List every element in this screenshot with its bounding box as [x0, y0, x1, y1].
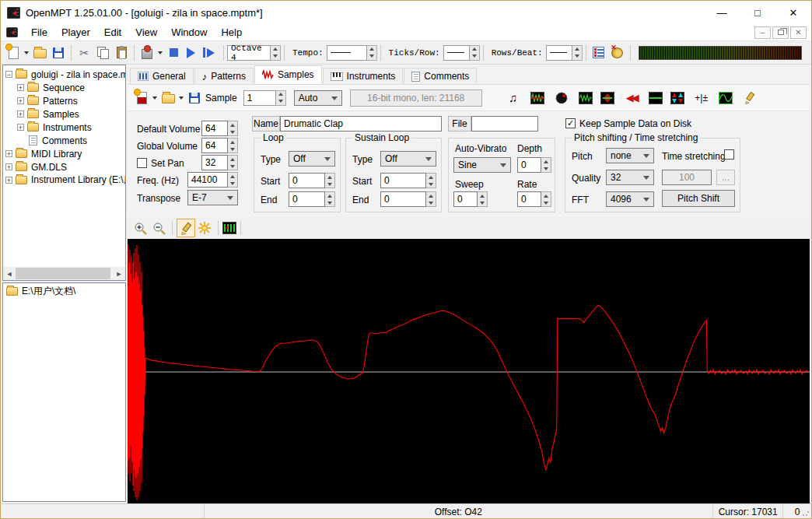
pitch-shift-button[interactable]: Pitch Shift	[662, 190, 735, 207]
zoom-out-button[interactable]	[149, 219, 168, 237]
tree-item-instruments[interactable]: + Instruments	[3, 121, 125, 134]
tree-item-sequence[interactable]: + Sequence	[3, 81, 125, 94]
pitch-select[interactable]: none	[606, 148, 654, 163]
sustain-end-spin[interactable]: 0	[380, 191, 436, 207]
reverse-button[interactable]: ◀◀	[622, 89, 641, 107]
tab-general[interactable]: General	[130, 68, 194, 84]
ticks-row-spinner[interactable]	[470, 45, 480, 61]
default-volume-spin[interactable]: 64	[201, 121, 238, 136]
stereo-separation-button[interactable]	[600, 92, 614, 104]
midi-record-dropdown[interactable]	[156, 44, 164, 62]
close-button[interactable]: ✕	[775, 1, 811, 24]
menu-window[interactable]: Window	[164, 25, 214, 40]
scroll-left-arrow[interactable]: ◄	[3, 267, 16, 280]
menu-view[interactable]: View	[128, 25, 164, 40]
new-sample-dropdown[interactable]	[151, 89, 159, 107]
tempo-box[interactable]	[327, 45, 367, 61]
sample-number-box[interactable]: 1	[243, 90, 276, 106]
tree-item-instrument-library[interactable]: + Instrument Library (E:\用	[3, 174, 125, 187]
octave-spinner[interactable]	[271, 45, 281, 61]
song-properties-button[interactable]	[590, 44, 608, 62]
sustain-start-spin[interactable]: 0	[380, 173, 436, 188]
loop-type-select[interactable]: Off	[289, 151, 335, 167]
copy-button[interactable]	[93, 44, 112, 62]
mdi-restore-button[interactable]	[772, 26, 789, 39]
expand-icon[interactable]: +	[17, 97, 24, 104]
expand-icon[interactable]: +	[5, 177, 12, 184]
generate-button[interactable]	[195, 219, 214, 237]
midi-mute-button[interactable]	[608, 44, 627, 62]
play-note-button[interactable]: ♫	[504, 89, 523, 107]
time-stretch-checkbox[interactable]	[724, 149, 734, 160]
cut-button[interactable]: ✂	[75, 44, 93, 62]
new-sample-button[interactable]	[132, 89, 151, 107]
set-pan-spin[interactable]: 32	[201, 155, 238, 170]
tree-item-root[interactable]: − goluigi - zila in space.mp	[3, 68, 125, 81]
tab-patterns[interactable]: ♪ Patterns	[194, 68, 254, 84]
menu-help[interactable]: Help	[214, 25, 249, 40]
sustain-type-select[interactable]: Off	[380, 151, 436, 167]
sample-number-spinner[interactable]	[276, 90, 286, 106]
tab-instruments[interactable]: Instruments	[323, 68, 404, 84]
library-path-item[interactable]: E:\用户\文档\	[3, 283, 125, 297]
octave-box[interactable]: Octave 4	[227, 45, 271, 61]
zoom-in-button[interactable]	[131, 219, 149, 237]
rows-beat-spinner[interactable]	[572, 45, 583, 61]
tree-item-gm-dls[interactable]: + GM.DLS	[3, 160, 125, 174]
vibrato-type-select[interactable]: Sine	[453, 157, 511, 173]
tab-samples[interactable]: Samples	[254, 65, 322, 84]
tab-comments[interactable]: Comments	[404, 68, 477, 84]
set-pan-checkbox[interactable]	[137, 158, 147, 168]
draw-mode-button[interactable]	[177, 219, 195, 237]
keep-on-disk-checkbox[interactable]: ✓	[565, 118, 576, 128]
tree-item-samples[interactable]: + Samples	[3, 107, 125, 121]
tree-horizontal-scrollbar[interactable]: ◄ ►	[3, 267, 125, 280]
autotune-button[interactable]	[719, 92, 733, 104]
play-from-start-button[interactable]	[201, 44, 220, 62]
amplify-button[interactable]	[552, 89, 571, 107]
tree-item-comments[interactable]: Comments	[3, 134, 125, 147]
minimize-button[interactable]: —	[704, 1, 740, 24]
expand-icon[interactable]: +	[17, 110, 24, 117]
mdi-minimize-button[interactable]: –	[754, 26, 771, 39]
draw-toggle-button[interactable]	[740, 89, 759, 107]
normalize-button[interactable]	[530, 92, 544, 104]
open-sample-button[interactable]	[159, 89, 177, 107]
menu-player[interactable]: Player	[54, 25, 97, 40]
scroll-thumb[interactable]	[16, 268, 110, 279]
tree-item-midi-library[interactable]: + MIDI Library	[3, 147, 125, 160]
sample-name-input[interactable]: Drumatic Clap	[280, 116, 442, 132]
fft-select[interactable]: 4096	[606, 191, 654, 207]
menu-file[interactable]: File	[24, 25, 54, 40]
loop-start-spin[interactable]: 0	[289, 173, 335, 188]
expand-icon[interactable]: +	[5, 150, 12, 157]
transpose-select[interactable]: E-7	[187, 190, 238, 205]
tempo-spinner[interactable]	[367, 45, 377, 61]
open-button[interactable]	[30, 44, 49, 62]
vibrato-depth-spin[interactable]: 0	[517, 157, 551, 173]
rows-beat-box[interactable]	[546, 45, 572, 61]
tree-item-patterns[interactable]: + Patterns	[3, 94, 125, 107]
expand-icon[interactable]: +	[17, 124, 24, 131]
resize-grip[interactable]	[802, 509, 810, 517]
sample-file-input[interactable]	[471, 116, 538, 132]
save-button[interactable]	[49, 44, 68, 62]
midi-record-button[interactable]	[138, 44, 156, 62]
waveform-display[interactable]	[128, 239, 810, 503]
resample-button[interactable]	[579, 92, 593, 104]
quality-select[interactable]: 32	[606, 170, 654, 185]
collapse-icon[interactable]: −	[5, 71, 12, 78]
expand-icon[interactable]: +	[5, 163, 12, 170]
play-button[interactable]	[183, 44, 201, 62]
menu-edit[interactable]: Edit	[97, 25, 128, 40]
ticks-row-box[interactable]	[443, 45, 470, 61]
silence-button[interactable]	[649, 92, 663, 104]
mdi-close-button[interactable]: ✕	[790, 26, 807, 39]
loop-end-spin[interactable]: 0	[289, 191, 335, 207]
scroll-right-arrow[interactable]: ►	[113, 267, 125, 280]
paste-button[interactable]	[112, 44, 131, 62]
global-volume-spin[interactable]: 64	[201, 138, 238, 153]
channel-view-button[interactable]	[222, 222, 236, 234]
expand-icon[interactable]: +	[17, 84, 24, 91]
invert-button[interactable]	[670, 92, 684, 104]
